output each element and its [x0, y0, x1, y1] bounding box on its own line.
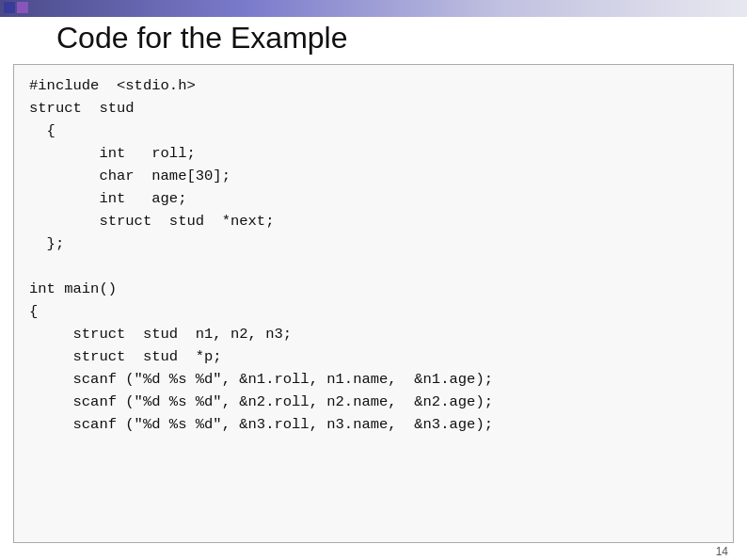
code-box: #include <stdio.h> struct stud { int rol…	[13, 64, 734, 543]
square-purple	[17, 2, 28, 13]
page-number: 14	[716, 545, 728, 558]
square-blue	[4, 2, 15, 13]
code-content: #include <stdio.h> struct stud { int rol…	[29, 74, 718, 436]
page-title: Code for the Example	[56, 21, 348, 56]
top-squares	[4, 2, 28, 13]
top-bar	[0, 0, 747, 17]
